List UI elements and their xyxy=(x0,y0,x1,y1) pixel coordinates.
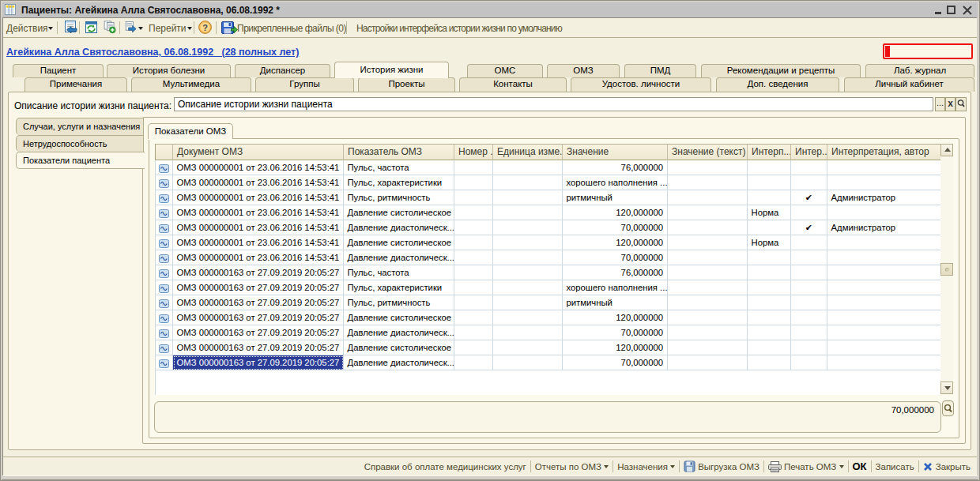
svg-text:?: ? xyxy=(202,23,208,32)
